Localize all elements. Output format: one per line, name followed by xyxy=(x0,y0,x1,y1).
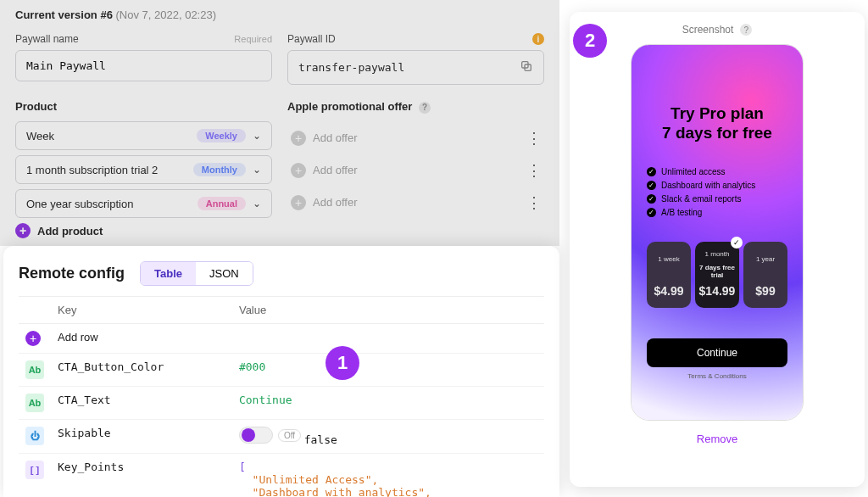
more-icon[interactable]: ⋮ xyxy=(526,129,541,148)
col-value: Value xyxy=(232,297,544,324)
plan-card[interactable]: 1 week$4.99 xyxy=(647,242,691,308)
config-row[interactable]: Ab CTA_Button_Color #000 xyxy=(19,354,544,387)
type-icon: [ ] xyxy=(19,454,51,498)
config-row[interactable]: ⏻ Skipable Off false xyxy=(19,420,544,454)
period-pill: Monthly xyxy=(193,163,246,176)
offer-row: +Add offer ⋮ xyxy=(287,187,544,219)
callout-badge-1: 1 xyxy=(326,346,359,380)
check-icon: ✓ xyxy=(647,167,656,176)
plus-icon: + xyxy=(291,195,306,210)
type-icon: ⏻ xyxy=(19,420,51,454)
chevron-down-icon[interactable]: ⌄ xyxy=(253,130,261,142)
paywall-name-label: Paywall name xyxy=(15,33,79,45)
version-timestamp: (Nov 7, 2022, 02:23) xyxy=(116,8,217,21)
type-icon: Ab xyxy=(19,354,51,387)
feature-item: ✓Dashboard with analytics xyxy=(647,181,787,190)
config-key: CTA_Text xyxy=(51,387,232,420)
chevron-down-icon[interactable]: ⌄ xyxy=(253,164,261,176)
help-icon[interactable]: ? xyxy=(419,102,431,114)
callout-badge-2: 2 xyxy=(573,24,607,58)
paywall-name-input[interactable] xyxy=(15,50,272,81)
paywall-headline: Try Pro plan 7 days for free xyxy=(647,104,787,143)
paywall-config-form: Current version #6 (Nov 7, 2022, 02:23) … xyxy=(0,0,559,247)
type-icon: Ab xyxy=(19,387,51,420)
tab-table[interactable]: Table xyxy=(141,262,196,285)
paywall-id-value: transfer-paywall xyxy=(298,61,404,74)
config-key: Key_Points xyxy=(51,454,232,498)
check-icon: ✓ xyxy=(731,237,743,248)
feature-item: ✓A/B testing xyxy=(647,208,787,217)
chevron-down-icon[interactable]: ⌄ xyxy=(253,198,261,209)
more-icon[interactable]: ⋮ xyxy=(526,161,541,180)
terms-link[interactable]: Terms & Conditions xyxy=(647,372,787,380)
col-key: Key xyxy=(51,297,232,324)
check-icon: ✓ xyxy=(647,181,656,190)
tab-json[interactable]: JSON xyxy=(196,262,253,285)
info-icon[interactable]: i xyxy=(532,33,544,45)
plus-icon: + xyxy=(15,223,31,238)
toggle-switch[interactable]: Off xyxy=(239,427,301,444)
check-icon: ✓ xyxy=(647,194,656,204)
version-label: Current version #6 xyxy=(15,8,113,21)
required-label: Required xyxy=(234,34,272,44)
help-icon[interactable]: ? xyxy=(740,24,752,36)
version-row: Current version #6 (Nov 7, 2022, 02:23) xyxy=(15,8,544,21)
offer-row: +Add offer ⋮ xyxy=(287,154,544,187)
config-key: CTA_Button_Color xyxy=(51,354,232,387)
config-row[interactable]: [ ] Key_Points [ "Unlimited Access", "Da… xyxy=(19,454,544,498)
plan-card[interactable]: 1 month7 days free trial$14.99✓ xyxy=(695,242,739,308)
config-table: Key Value + Add rowAb CTA_Button_Color #… xyxy=(19,296,544,497)
remote-config-title: Remote config xyxy=(19,265,125,282)
config-value[interactable]: Continue xyxy=(232,387,544,420)
offer-row: +Add offer ⋮ xyxy=(287,122,544,154)
remote-config-panel: Remote config Table JSON Key Value + Add… xyxy=(3,246,559,497)
product-item[interactable]: Week Weekly ⌄ xyxy=(15,121,272,150)
add-offer-button[interactable]: +Add offer xyxy=(291,195,358,210)
feature-item: ✓Slack & email reports xyxy=(647,194,787,204)
add-row-button[interactable]: Add row xyxy=(51,324,544,354)
paywall-id-label: Paywall ID xyxy=(287,33,336,45)
plus-icon: + xyxy=(291,131,306,146)
view-toggle: Table JSON xyxy=(140,261,253,286)
product-name: Week xyxy=(26,130,54,142)
plus-icon: + xyxy=(291,163,306,178)
product-section-label: Product xyxy=(15,100,272,113)
config-row[interactable]: Ab CTA_Text Continue xyxy=(19,387,544,420)
product-item[interactable]: One year subscription Annual ⌄ xyxy=(15,189,272,218)
check-icon: ✓ xyxy=(647,208,656,217)
plus-icon: + xyxy=(25,331,41,346)
copy-icon[interactable] xyxy=(520,59,533,75)
more-icon[interactable]: ⋮ xyxy=(526,193,541,212)
period-pill: Weekly xyxy=(197,129,246,142)
add-offer-button[interactable]: +Add offer xyxy=(291,163,358,178)
period-pill: Annual xyxy=(198,197,246,210)
add-offer-button[interactable]: +Add offer xyxy=(291,131,358,146)
offer-section-label: Apple promotional offer ? xyxy=(287,100,544,114)
add-product-button[interactable]: + Add product xyxy=(15,223,272,238)
product-name: One year subscription xyxy=(26,198,133,210)
config-value[interactable]: Off false xyxy=(232,420,544,454)
preview-title: Screenshot xyxy=(682,24,734,36)
continue-button[interactable]: Continue xyxy=(647,338,787,367)
config-key: Skipable xyxy=(51,420,232,454)
feature-item: ✓Unlimited access xyxy=(647,167,787,176)
config-value[interactable]: #000 xyxy=(232,354,544,387)
remove-button[interactable]: Remove xyxy=(697,433,737,445)
product-item[interactable]: 1 month subscription trial 2 Monthly ⌄ xyxy=(15,155,272,184)
plan-card[interactable]: 1 year$99 xyxy=(743,242,787,308)
config-value[interactable]: [ "Unlimited Access", "Dashboard with an… xyxy=(232,454,544,498)
phone-mockup: Try Pro plan 7 days for free ✓Unlimited … xyxy=(631,44,804,421)
product-name: 1 month subscription trial 2 xyxy=(26,164,158,176)
screenshot-preview-panel: Screenshot ? Try Pro plan 7 days for fre… xyxy=(570,12,865,487)
